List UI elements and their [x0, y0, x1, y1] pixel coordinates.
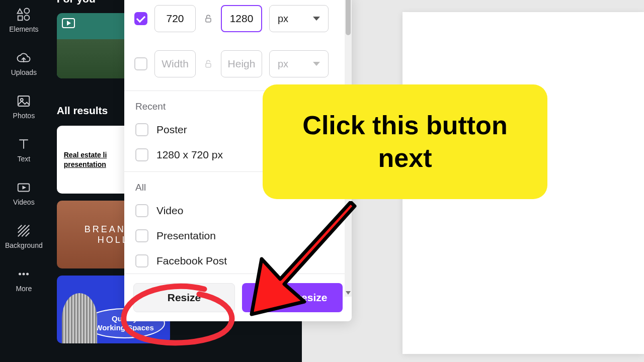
unit-select[interactable]: px [269, 50, 329, 77]
image-icon [16, 94, 31, 109]
option-label: Poster [156, 124, 187, 136]
sidebar-label: Background [5, 241, 43, 249]
option-label: Presentation [156, 230, 216, 242]
svg-point-8 [19, 273, 21, 276]
hatch-icon [16, 223, 31, 238]
callout-text: Click this button next [273, 109, 537, 174]
option-checkbox[interactable] [135, 254, 148, 267]
sidebar-label: Uploads [11, 68, 37, 76]
unit-label: px [278, 13, 288, 25]
svg-marker-0 [18, 9, 23, 14]
sidebar-item-text[interactable]: Text [0, 134, 48, 166]
chevron-down-icon [313, 17, 320, 21]
option-label: 644 x 362 px [156, 149, 223, 161]
dimension-row-2: px [124, 41, 352, 86]
svg-rect-11 [206, 18, 211, 22]
chevron-down-icon [313, 62, 320, 66]
unit-select[interactable]: px [269, 5, 329, 32]
sidebar-label: Elements [9, 25, 38, 33]
dimension-checkbox[interactable] [134, 57, 147, 70]
sidebar-item-uploads[interactable]: Uploads [0, 47, 48, 79]
svg-point-3 [25, 15, 30, 20]
option-label: Facebook Post [156, 255, 227, 267]
shapes-icon [16, 7, 31, 22]
text-icon [16, 137, 31, 152]
sidebar-label: Photos [13, 112, 35, 120]
option-checkbox[interactable] [135, 229, 148, 242]
tool-sidebar: Elements Uploads Photos Text Videos Back… [0, 0, 48, 362]
option-checkbox[interactable] [135, 148, 148, 161]
play-icon [62, 18, 75, 28]
lock-icon[interactable] [203, 58, 214, 69]
sidebar-label: Text [18, 155, 31, 163]
lock-icon[interactable] [203, 13, 214, 24]
sidebar-label: Videos [13, 198, 35, 206]
width-input[interactable] [154, 5, 196, 32]
annotation-callout: Click this button next [263, 84, 547, 199]
sidebar-item-videos[interactable]: Videos [0, 177, 48, 209]
annotation-arrow [239, 201, 360, 317]
svg-marker-7 [23, 186, 27, 190]
height-input[interactable] [221, 50, 262, 77]
card-text: Real estate li presentation [64, 150, 107, 168]
svg-rect-2 [18, 16, 23, 21]
sidebar-item-background[interactable]: Background [0, 220, 48, 252]
width-input[interactable] [154, 50, 196, 77]
svg-rect-12 [206, 63, 211, 67]
sidebar-item-elements[interactable]: Elements [0, 4, 48, 36]
height-input[interactable] [221, 5, 262, 32]
option-label: Video [156, 205, 183, 217]
sidebar-item-more[interactable]: More [0, 263, 48, 296]
sidebar-label: More [16, 285, 32, 293]
option-checkbox[interactable] [135, 204, 148, 217]
resize-button[interactable]: Resize [133, 283, 235, 312]
svg-point-9 [23, 273, 25, 276]
cloud-upload-icon [16, 50, 31, 65]
svg-point-1 [25, 9, 30, 14]
dots-icon [16, 266, 31, 282]
option-checkbox[interactable] [135, 123, 148, 136]
dimension-row-1: px [124, 0, 352, 41]
svg-point-10 [26, 273, 29, 276]
unit-label: px [278, 58, 288, 70]
sidebar-item-photos[interactable]: Photos [0, 90, 48, 123]
svg-rect-4 [18, 96, 30, 106]
dimension-checkbox[interactable] [134, 12, 147, 25]
play-rect-icon [16, 180, 31, 195]
